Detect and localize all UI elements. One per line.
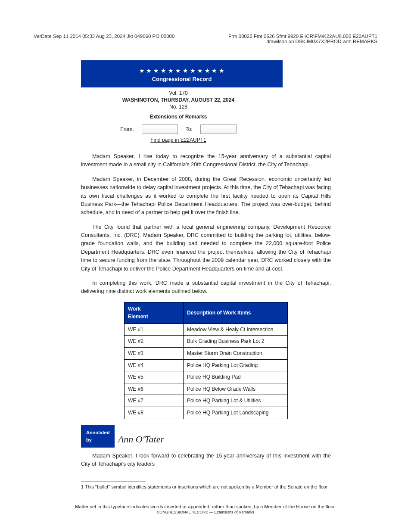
th-work-element: WorkElement bbox=[125, 302, 184, 324]
table-row: WE #1Meadow View & Healy Ct Intersection bbox=[125, 324, 288, 336]
paragraph-table-intro: In completing this work, DRC made a subs… bbox=[81, 279, 331, 296]
running-header: VerDate Sep 11 2014 05:33 Aug 23, 2024 J… bbox=[34, 34, 377, 44]
annotation-label: Annotatedby bbox=[81, 425, 115, 448]
page-range-form: From: To: bbox=[81, 124, 276, 134]
find-page-link[interactable]: Find page in E22AUPT1 bbox=[150, 137, 206, 143]
paragraph-1: Madam Speaker, I rise today to recognize… bbox=[81, 152, 331, 169]
running-header-left: VerDate Sep 11 2014 05:33 Aug 23, 2024 J… bbox=[34, 34, 174, 44]
footnote-marker: 1 bbox=[81, 484, 84, 489]
issue-number: No. 128 bbox=[81, 103, 276, 110]
table-row: WE #4Police HQ Parking Lot Grading bbox=[125, 359, 288, 371]
table-row: WE #7Police HQ Parking Lot & Utilities bbox=[125, 395, 288, 407]
table-row: WE #5Police HQ Building Pad bbox=[125, 371, 288, 383]
closing-paragraph: Madam Speaker, I look forward to celebra… bbox=[81, 452, 331, 469]
running-header-right-2: dmwilson on DSKJM0X7X2PROD with REMARKS bbox=[266, 39, 377, 44]
th-description: Description of Work Items bbox=[184, 302, 288, 324]
dateline: WASHINGTON, THURSDAY, AUGUST 22, 2024 bbox=[81, 96, 276, 103]
footnote: 1 This ''bullet'' symbol identifies stat… bbox=[81, 482, 331, 490]
running-header-right: Frm 00022 Fmt 0626 Sfmt 9920 E:\CR\FM\K2… bbox=[228, 34, 377, 44]
to-label: To: bbox=[186, 126, 193, 133]
title-banner: ★ ★ ★ ★ ★ ★ ★ ★ ★ ★ ★ ★ Congressional Re… bbox=[81, 60, 283, 87]
table-row: WE #6Police HQ Below Grade Walls bbox=[125, 383, 288, 395]
table-row: WE #2Bulk Grading Business Park Lot 2 bbox=[125, 336, 288, 348]
subheader: Vol. 170 WASHINGTON, THURSDAY, AUGUST 22… bbox=[81, 90, 276, 143]
to-input[interactable] bbox=[200, 124, 237, 134]
volume-line: Vol. 170 bbox=[81, 90, 276, 96]
paragraph-2: Madam Speaker, in December of 2008, duri… bbox=[81, 175, 331, 217]
page-footer: Matter set in this typeface indicates wo… bbox=[0, 504, 411, 514]
table-row: WE #3Master Storm Drain Construction bbox=[125, 348, 288, 360]
footnote-text: This ''bullet'' symbol identifies statem… bbox=[85, 484, 329, 489]
annotation-block: Annotatedby Ann O'Tater bbox=[81, 425, 331, 448]
work-elements-table: WorkElement Description of Work Items WE… bbox=[124, 302, 288, 419]
banner-title: Congressional Record bbox=[84, 76, 279, 82]
body: Madam Speaker, I rise today to recognize… bbox=[81, 152, 331, 474]
section-title: Extensions of Remarks bbox=[81, 113, 276, 120]
footnote-rule bbox=[81, 482, 146, 482]
table-row: WE #8Police HQ Parking Lot Landscaping bbox=[125, 407, 288, 419]
annotation-signature: Ann O'Tater bbox=[118, 432, 164, 447]
paragraph-3: The City found that partner with a local… bbox=[81, 223, 331, 273]
footer-line-2: CONGRESSIONAL RECORD — Extensions of Rem… bbox=[0, 510, 411, 514]
from-label: From: bbox=[120, 126, 134, 133]
from-input[interactable] bbox=[142, 124, 178, 134]
running-header-right-1: Frm 00022 Fmt 0626 Sfmt 9920 E:\CR\FM\K2… bbox=[228, 34, 377, 39]
footer-line-1: Matter set in this typeface indicates wo… bbox=[75, 504, 336, 509]
banner-stars: ★ ★ ★ ★ ★ ★ ★ ★ ★ ★ ★ ★ bbox=[84, 67, 279, 74]
